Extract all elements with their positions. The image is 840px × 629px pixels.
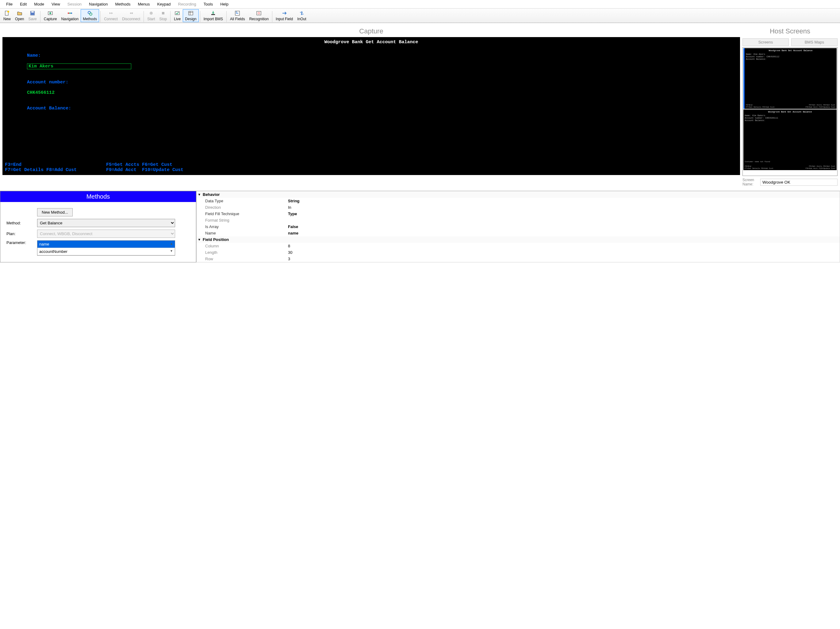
plan-label: Plan: bbox=[6, 232, 37, 236]
term-bal-label: Account Balance: bbox=[27, 106, 71, 111]
toolbar-connect: Connect bbox=[102, 9, 120, 22]
svg-rect-19 bbox=[236, 12, 237, 12]
toolbar-stop: Stop bbox=[157, 9, 169, 22]
host-screen-thumb[interactable]: Woodgrove Bank Get Account BalanceName: … bbox=[744, 48, 837, 109]
prop-row[interactable]: Data TypeString bbox=[197, 198, 840, 204]
capture-title: Capture bbox=[2, 25, 740, 37]
fkey-row2-left: F7=Get Details F8=Add Cust bbox=[5, 167, 106, 173]
toolbar-input-field[interactable]: Input Field bbox=[273, 9, 295, 22]
term-acct-value: CHK4566112 bbox=[27, 90, 55, 95]
disconnect-icon bbox=[128, 10, 134, 16]
toolbar-capture[interactable]: Capture bbox=[42, 9, 59, 22]
save-icon bbox=[30, 10, 36, 16]
term-acct-label: Account number: bbox=[27, 80, 68, 85]
menu-view[interactable]: View bbox=[48, 1, 64, 8]
toolbar-methods[interactable]: Methods bbox=[81, 9, 99, 22]
fkey-row2-right: F9=Add Acct F10=Update Cust bbox=[106, 167, 183, 173]
prop-row[interactable]: Row3 bbox=[197, 255, 840, 262]
methods-icon bbox=[87, 10, 93, 16]
prop-row[interactable]: Is ArrayFalse bbox=[197, 224, 840, 230]
svg-rect-20 bbox=[236, 13, 238, 14]
toolbar-inout[interactable]: InOut bbox=[295, 9, 308, 22]
menu-menus[interactable]: Menus bbox=[134, 1, 153, 8]
term-name-field[interactable]: Kim Akers bbox=[27, 63, 131, 69]
methods-title: Methods bbox=[0, 191, 196, 202]
chevron-down-icon: ▾ bbox=[199, 238, 203, 241]
menu-file[interactable]: File bbox=[2, 1, 16, 8]
method-combo[interactable]: Get Balance bbox=[37, 219, 175, 227]
menu-keypad[interactable]: Keypad bbox=[153, 1, 174, 8]
host-screens-tabs: Screens BMS Maps bbox=[742, 37, 838, 47]
chevron-down-icon: ▾ bbox=[199, 192, 203, 197]
host-screens-scroll[interactable]: Woodgrove Bank Get Account BalanceName: … bbox=[744, 48, 837, 175]
prop-category[interactable]: ▾Field Position bbox=[197, 236, 840, 243]
tab-screens[interactable]: Screens bbox=[742, 38, 789, 46]
svg-point-10 bbox=[90, 13, 92, 15]
prop-row[interactable]: DirectionIn bbox=[197, 204, 840, 211]
fkey-row1-left: F3=End bbox=[5, 162, 106, 167]
term-name-label: Name: bbox=[27, 53, 41, 58]
stop-icon bbox=[160, 10, 166, 16]
toolbar: NewOpenSaveCaptureNavigationMethodsConne… bbox=[0, 8, 840, 23]
nav-icon bbox=[67, 10, 73, 16]
svg-rect-17 bbox=[211, 14, 215, 15]
screen-name-input[interactable] bbox=[760, 179, 838, 186]
open-icon bbox=[17, 10, 23, 16]
menu-edit[interactable]: Edit bbox=[16, 1, 30, 8]
terminal-header: Woodgrove Bank Get Account Balance bbox=[5, 39, 737, 45]
svg-rect-8 bbox=[71, 13, 72, 14]
import-icon bbox=[210, 10, 216, 16]
new-icon bbox=[4, 10, 10, 16]
toolbar-import-bms[interactable]: Import BMS bbox=[202, 9, 225, 22]
properties-pane: ▾BehaviorData TypeStringDirectionInField… bbox=[196, 191, 840, 262]
prop-row[interactable]: Namename bbox=[197, 230, 840, 236]
prop-row[interactable]: Column8 bbox=[197, 243, 840, 249]
menu-navigation[interactable]: Navigation bbox=[85, 1, 111, 8]
menubar: FileEditModeViewSessionNavigationMethods… bbox=[0, 0, 840, 8]
toolbar-all-fields[interactable]: All Fields bbox=[228, 9, 247, 22]
inputfield-icon bbox=[281, 10, 287, 16]
toolbar-live[interactable]: Live bbox=[172, 9, 183, 22]
menu-tools[interactable]: Tools bbox=[200, 1, 216, 8]
svg-point-1 bbox=[7, 11, 9, 13]
parameter-item[interactable]: name▲ bbox=[38, 241, 175, 248]
toolbar-new[interactable]: New bbox=[1, 9, 13, 22]
tab-bms-maps[interactable]: BMS Maps bbox=[791, 38, 838, 46]
recog-icon bbox=[256, 10, 262, 16]
toolbar-disconnect: Disconnect bbox=[120, 9, 142, 22]
menu-session: Session bbox=[64, 1, 85, 8]
svg-rect-3 bbox=[31, 11, 34, 13]
new-method-button[interactable]: New Method... bbox=[37, 208, 73, 216]
svg-rect-12 bbox=[162, 12, 164, 14]
menu-methods[interactable]: Methods bbox=[112, 1, 134, 8]
methods-pane: Methods New Method... Method: Get Balanc… bbox=[0, 191, 196, 262]
svg-rect-21 bbox=[257, 11, 261, 15]
parameter-list[interactable]: name▲accountNumber▼ bbox=[37, 240, 175, 255]
prop-row[interactable]: Format String bbox=[197, 217, 840, 224]
method-label: Method: bbox=[6, 221, 37, 225]
prop-row[interactable]: Field Fill TechniqueType bbox=[197, 211, 840, 217]
capture-icon bbox=[47, 10, 54, 16]
toolbar-design[interactable]: Design bbox=[183, 9, 199, 22]
prop-row[interactable]: Length30 bbox=[197, 249, 840, 255]
svg-point-5 bbox=[49, 12, 51, 14]
svg-rect-7 bbox=[69, 13, 71, 14]
design-icon bbox=[188, 10, 194, 16]
toolbar-recognition[interactable]: Recognition bbox=[247, 9, 271, 22]
start-icon bbox=[148, 10, 154, 16]
toolbar-open[interactable]: Open bbox=[13, 9, 26, 22]
svg-point-11 bbox=[150, 12, 153, 15]
terminal[interactable]: Woodgrove Bank Get Account Balance Name:… bbox=[2, 37, 740, 175]
fkey-row1-right: F5=Get Accts F6=Get Cust bbox=[106, 162, 172, 167]
menu-help[interactable]: Help bbox=[216, 1, 232, 8]
parameter-item[interactable]: accountNumber▼ bbox=[38, 248, 175, 255]
menu-recording: Recording bbox=[175, 1, 200, 8]
svg-rect-6 bbox=[68, 13, 69, 14]
prop-category[interactable]: ▾Behavior bbox=[197, 191, 840, 198]
toolbar-navigation[interactable]: Navigation bbox=[59, 9, 81, 22]
host-screen-thumb[interactable]: Woodgrove Bank Get Account BalanceName: … bbox=[744, 109, 837, 170]
menu-mode[interactable]: Mode bbox=[30, 1, 48, 8]
parameter-label: Parameter: bbox=[6, 240, 37, 245]
connect-icon bbox=[108, 10, 114, 16]
live-icon bbox=[174, 10, 180, 16]
